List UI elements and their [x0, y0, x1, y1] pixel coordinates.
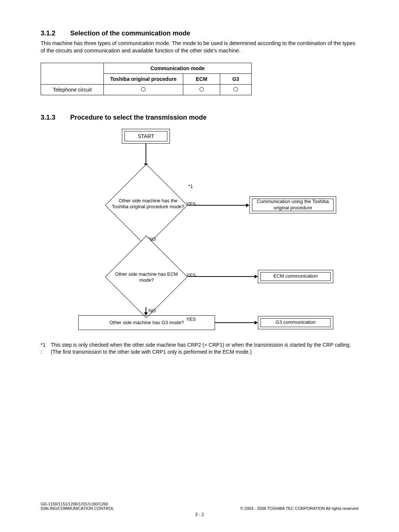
result-label: G3 communication	[260, 318, 331, 327]
connector	[215, 322, 255, 323]
footnote-text: This step is only checked when the other…	[51, 341, 358, 356]
cell-g3	[220, 84, 252, 95]
decision-text: Other side machine has ECM mode?	[110, 271, 184, 283]
footnote-label: *1 :	[41, 341, 45, 356]
connector	[188, 205, 246, 206]
yes-label: YES	[186, 272, 196, 278]
section-heading: Selection of the communication mode	[70, 30, 190, 37]
flowchart: START Other side machine has the Toshiba…	[81, 129, 340, 336]
section-heading: Procedure to select the transmission mod…	[70, 114, 207, 121]
col-g3: G3	[220, 73, 252, 84]
cell-toshiba	[104, 84, 183, 95]
result-toshiba: Communication using the Toshiba original…	[249, 196, 336, 213]
section-312-title: 3.1.2 Selection of the communication mod…	[41, 30, 358, 37]
decision-text: Other side machine has G3 mode?	[109, 320, 184, 325]
section-num: 3.1.3	[41, 114, 55, 121]
section-312-para: This machine has three types of communic…	[41, 40, 358, 55]
decision-text: Other side machine has the Toshiba origi…	[111, 198, 185, 210]
page-number: 3 - 2	[41, 512, 358, 517]
arrow-right-icon	[255, 275, 258, 278]
decision-ecm: Other side machine has ECM mode?	[105, 236, 187, 318]
flow-start: START	[122, 129, 170, 144]
model-line: GD-1150/1151/1200/1201/1160/1260	[41, 502, 114, 506]
star-label: *1	[188, 183, 193, 189]
yes-label: YES	[186, 201, 196, 207]
cell-ecm	[183, 84, 220, 95]
result-label: ECM communication	[260, 272, 331, 281]
arrow-right-icon	[255, 321, 258, 325]
table-header-span: Communication mode	[104, 63, 252, 73]
row-label: Telephone circuit	[41, 84, 104, 95]
comm-mode-table: Communication mode Toshiba original proc…	[41, 63, 252, 95]
result-label: Communication using the Toshiba original…	[252, 199, 334, 211]
circle-icon	[233, 87, 238, 92]
flow-start-label: START	[125, 131, 167, 141]
result-g3: G3 communication	[258, 316, 333, 329]
arrow-right-icon	[246, 203, 249, 207]
footnote: *1 : This step is only checked when the …	[41, 341, 358, 356]
circle-icon	[200, 87, 204, 92]
result-ecm: ECM communication	[258, 270, 333, 283]
footer-left: GD-1150/1151/1200/1201/1160/1260 DIALING…	[41, 502, 114, 511]
footer-right: © 2003 - 2008 TOSHIBA TEC CORPORATION Al…	[240, 506, 358, 511]
no-label: NO	[149, 308, 156, 313]
col-ecm: ECM	[183, 73, 220, 84]
yes-label: YES	[186, 316, 196, 322]
chapter-line: DIALING/COMMUNICATION CONTROL	[41, 506, 114, 511]
col-toshiba: Toshiba original procedure	[104, 73, 183, 84]
connector	[188, 276, 255, 277]
section-313-title: 3.1.3 Procedure to select the transmissi…	[41, 114, 358, 121]
decision-toshiba: Other side machine has the Toshiba origi…	[105, 164, 187, 246]
connector	[146, 144, 146, 164]
circle-icon	[141, 87, 146, 92]
section-num: 3.1.2	[41, 30, 55, 37]
